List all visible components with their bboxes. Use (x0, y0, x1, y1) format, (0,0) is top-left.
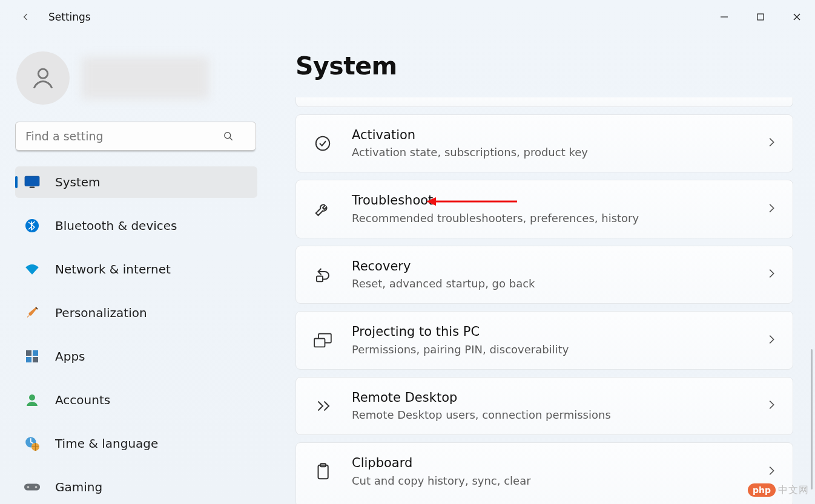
recovery-icon (313, 265, 332, 284)
sidebar-item-label: Time & language (55, 436, 158, 451)
card-title: Troubleshoot (352, 192, 745, 209)
chevron-right-icon (765, 136, 778, 151)
sidebar-item-label: System (55, 175, 101, 189)
card-title: Remote Desktop (352, 390, 745, 406)
svg-rect-8 (30, 187, 35, 188)
sidebar-item-label: Network & internet (55, 262, 171, 277)
sidebar-nav: System Bluetooth & devices Network & int… (15, 166, 257, 504)
card-troubleshoot[interactable]: Troubleshoot Recommended troubleshooters… (295, 180, 793, 238)
svg-point-14 (29, 394, 35, 401)
sidebar: System Bluetooth & devices Network & int… (0, 33, 266, 504)
svg-point-5 (225, 133, 231, 139)
sidebar-item-bluetooth[interactable]: Bluetooth & devices (15, 210, 257, 241)
card-subtitle: Activation state, subscriptions, product… (352, 145, 745, 160)
chevron-right-icon (765, 398, 778, 414)
svg-rect-13 (33, 357, 38, 362)
watermark-bubble: php (748, 483, 776, 497)
card-subtitle: Remote Desktop users, connection permiss… (352, 407, 745, 422)
svg-rect-10 (26, 350, 31, 356)
chevron-right-icon (765, 201, 778, 217)
check-circle-icon (313, 134, 332, 153)
minimize-button[interactable] (706, 5, 742, 29)
svg-line-6 (230, 138, 233, 140)
sidebar-item-gaming[interactable]: Gaming (15, 471, 257, 503)
card-subtitle: Recommended troubleshooters, preferences… (352, 211, 745, 226)
clipboard-icon (313, 462, 332, 482)
svg-point-18 (27, 486, 30, 488)
chevron-right-icon (765, 267, 778, 283)
watermark-text: 中文网 (778, 484, 809, 497)
sidebar-item-label: Personalization (55, 306, 147, 320)
card-title: Activation (352, 127, 745, 143)
svg-rect-1 (757, 14, 764, 20)
svg-rect-11 (33, 350, 38, 356)
sidebar-item-system[interactable]: System (15, 166, 257, 198)
display-icon (24, 174, 41, 191)
search-wrap (15, 122, 257, 151)
card-title: Projecting to this PC (352, 324, 745, 340)
close-button[interactable] (779, 5, 815, 29)
wifi-icon (24, 261, 41, 278)
card-subtitle: Permissions, pairing PIN, discoverabilit… (352, 342, 745, 357)
svg-rect-24 (314, 338, 325, 347)
settings-list: Activation Activation state, subscriptio… (295, 97, 793, 504)
user-name-redacted (82, 57, 209, 99)
svg-point-9 (25, 219, 39, 232)
card-remote-desktop[interactable]: Remote Desktop Remote Desktop users, con… (295, 377, 793, 435)
window-controls (706, 5, 815, 29)
remote-desktop-icon (313, 396, 332, 416)
sidebar-item-time-language[interactable]: Time & language (15, 428, 257, 459)
search-icon[interactable] (216, 122, 240, 151)
card-partial-top[interactable] (295, 97, 793, 107)
apps-icon (24, 348, 41, 365)
back-button[interactable] (17, 8, 35, 26)
main-content: System Activation Activation state, subs… (266, 33, 815, 504)
wrench-icon (313, 200, 332, 219)
card-recovery[interactable]: Recovery Reset, advanced startup, go bac… (295, 246, 793, 304)
card-subtitle: Reset, advanced startup, go back (352, 276, 745, 291)
card-clipboard[interactable]: Clipboard Cut and copy history, sync, cl… (295, 442, 793, 504)
sidebar-item-personalization[interactable]: Personalization (15, 297, 257, 329)
clock-globe-icon (24, 435, 41, 452)
scrollbar-thumb[interactable] (811, 349, 813, 489)
card-activation[interactable]: Activation Activation state, subscriptio… (295, 114, 793, 172)
chevron-right-icon (765, 464, 778, 480)
card-subtitle: Cut and copy history, sync, clear (352, 473, 745, 488)
sidebar-item-label: Apps (55, 349, 85, 364)
svg-point-19 (35, 486, 38, 488)
user-section[interactable] (15, 51, 257, 105)
avatar (16, 51, 70, 105)
sidebar-item-apps[interactable]: Apps (15, 341, 257, 372)
gamepad-icon (24, 479, 41, 496)
svg-point-4 (38, 69, 47, 78)
sidebar-item-network[interactable]: Network & internet (15, 254, 257, 285)
svg-rect-12 (26, 357, 31, 362)
titlebar: Settings (0, 0, 815, 33)
app-title: Settings (48, 11, 91, 23)
person-icon (24, 391, 41, 408)
bluetooth-icon (24, 217, 41, 234)
sidebar-item-label: Gaming (55, 480, 102, 494)
sidebar-item-label: Accounts (55, 393, 110, 407)
sidebar-item-label: Bluetooth & devices (55, 218, 177, 233)
maximize-button[interactable] (742, 5, 779, 29)
svg-point-21 (316, 137, 330, 151)
card-title: Clipboard (352, 455, 745, 471)
card-title: Recovery (352, 258, 745, 275)
svg-rect-22 (317, 277, 323, 282)
svg-rect-17 (24, 483, 40, 490)
brush-icon (24, 304, 41, 321)
watermark: php 中文网 (748, 483, 809, 497)
chevron-right-icon (765, 333, 778, 349)
projecting-icon (313, 331, 332, 350)
svg-rect-7 (25, 176, 39, 186)
sidebar-item-accounts[interactable]: Accounts (15, 384, 257, 416)
card-projecting[interactable]: Projecting to this PC Permissions, pairi… (295, 311, 793, 369)
page-title: System (295, 51, 793, 80)
